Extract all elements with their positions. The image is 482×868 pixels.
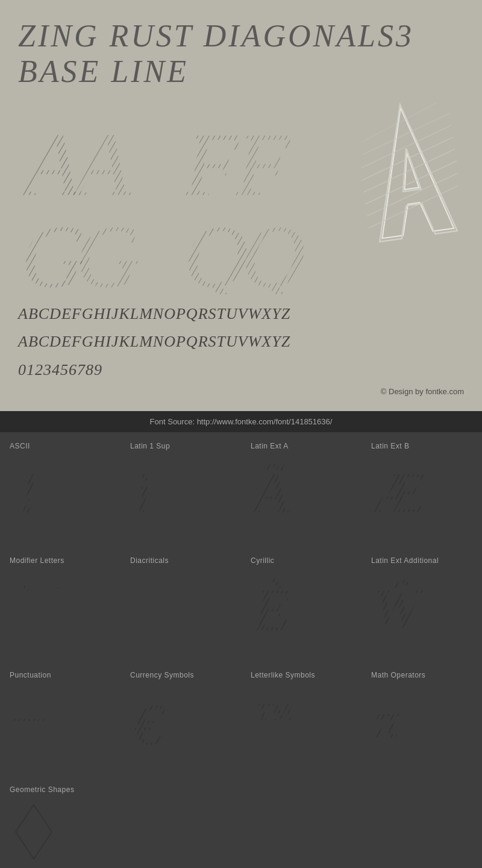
glyph-label-latinexta: Latin Ext A [251, 442, 289, 450]
glyph-label-letterlikesymbols: Letterlike Symbols [251, 671, 315, 679]
glyph-cell-currencysymbols: Currency Symbols € [120, 661, 241, 776]
glyph-latinextadditional-char: Ŵ [371, 570, 431, 636]
glyph-cell-cyrillic: Cyrillic È [241, 547, 362, 661]
glyph-cell-empty3 [362, 776, 482, 868]
svg-text:G: G [75, 207, 140, 294]
glyph-cyrillic-char: È [251, 570, 305, 636]
aa-chars: A A [18, 107, 151, 204]
alphabet-upper: ABCDEFGHIJKLMNOPQRSTUVWXYZ [18, 303, 464, 325]
glyph-currency-char: € [130, 684, 184, 750]
glyph-cell-ascii: ASCII ! [0, 432, 120, 547]
glyph-cell-geometricshapes: Geometric Shapes [0, 776, 120, 868]
glyph-grid: ASCII ! Latin 1 Sup ì Latin Ext A [0, 432, 482, 868]
glyph-cell-modifierletters: Modifier Letters ˆ ˉ [0, 547, 120, 661]
glyph-label-mathoperators: Math Operators [371, 671, 425, 679]
glyph-geometric-char [10, 799, 58, 865]
glyph-label-ascii: ASCII [10, 442, 30, 450]
glyph-label-modifierletters: Modifier Letters [10, 556, 64, 565]
svg-text:F: F [183, 114, 240, 204]
glyph-cell-empty1 [120, 776, 241, 868]
glyph-letterlike-char: ™ [251, 684, 317, 738]
glyph-modifier-char: ˆ ˉ [10, 570, 82, 624]
svg-text:€: € [133, 692, 165, 750]
svg-text:—: — [12, 694, 48, 738]
svg-text:™: ™ [254, 694, 294, 738]
glyph-label-latinextadditional: Latin Ext Additional [371, 556, 439, 565]
glyph-cell-letterlikesymbols: Letterlike Symbols ™ [241, 661, 362, 776]
glyph-cell-latinextadditional: Latin Ext Additional Ŵ [362, 547, 482, 661]
glyph-cell-latinexta: Latin Ext A Ã [241, 432, 362, 547]
font-title: ZING RUST DIAGONALS3 BASE LINE [18, 18, 464, 89]
gg-chars: G G [18, 198, 151, 294]
glyph-cell-empty2 [241, 776, 362, 868]
svg-text:π: π [374, 693, 400, 744]
glyph-label-currencysymbols: Currency Symbols [130, 671, 194, 679]
glyph-ascii-char: ! [10, 455, 58, 521]
svg-text:A: A [70, 114, 131, 204]
glyph-label-cyrillic: Cyrillic [251, 556, 274, 565]
svg-text:Ŵ: Ŵ [374, 579, 424, 636]
glyph-cell-latinextb: Latin Ext B Æ [362, 432, 482, 547]
svg-text:A: A [19, 114, 80, 204]
glyph-label-geometricshapes: Geometric Shapes [10, 785, 74, 794]
glyph-cell-punctuation: Punctuation — [0, 661, 120, 776]
svg-line-11 [362, 125, 455, 169]
glyph-math-char: π [371, 684, 425, 744]
svg-text:Q: Q [241, 207, 305, 294]
ff-chars: F F [181, 107, 313, 204]
font-source-bar: Font Source: http://www.fontke.com/font/… [0, 411, 482, 432]
glyph-cell-latin1sup: Latin 1 Sup ì [120, 432, 241, 547]
svg-text:È: È [252, 576, 290, 636]
glyph-cell-diacriticals: Diacriticals [120, 547, 241, 661]
svg-line-8 [362, 161, 458, 204]
glyph-label-latin1sup: Latin 1 Sup [130, 442, 170, 450]
svg-text:ˆ: ˆ [16, 579, 28, 616]
svg-text:Æ: Æ [371, 461, 425, 521]
large-chars-top: A A F F [18, 101, 464, 204]
svg-marker-44 [16, 805, 52, 859]
glyph-label-punctuation: Punctuation [10, 671, 51, 679]
svg-text:Q: Q [184, 207, 248, 294]
svg-text:F: F [234, 114, 291, 204]
copyright: © Design by fontke.com [18, 387, 464, 399]
svg-line-7 [362, 149, 458, 192]
alphabet-lower: ABCDEFGHIJKLMNOPQRSTUVWXYZ [18, 331, 464, 353]
glyph-cell-mathoperators: Math Operators π [362, 661, 482, 776]
svg-text:ˉ: ˉ [52, 581, 61, 608]
glyph-latinexta-char: Ã [251, 455, 305, 521]
glyph-label-latinextb: Latin Ext B [371, 442, 410, 450]
svg-line-9 [363, 173, 458, 216]
svg-text:Ã: Ã [251, 461, 289, 521]
svg-text:!: ! [19, 461, 38, 521]
qq-chars: Q Q [181, 198, 313, 294]
glyph-latin1sup-char: ì [130, 455, 178, 521]
glyph-punctuation-char: — [10, 684, 70, 738]
diagonal-a [362, 95, 458, 252]
preview-section: ZING RUST DIAGONALS3 BASE LINE A A [0, 0, 482, 411]
glyph-label-diacriticals: Diacriticals [130, 556, 169, 565]
glyph-latinextb-char: Æ [371, 455, 425, 521]
svg-text:ì: ì [136, 464, 151, 521]
digits: 0123456789 [18, 359, 464, 381]
